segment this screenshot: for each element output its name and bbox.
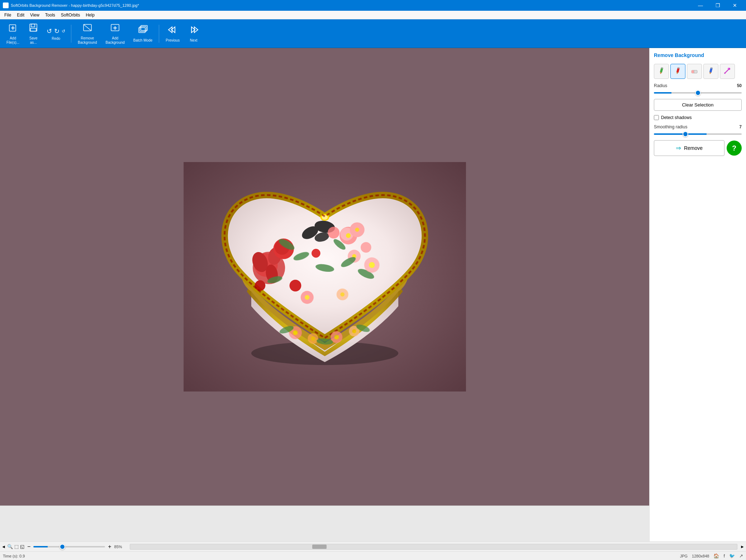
smoothing-section: Smoothing radius 7 (654, 124, 742, 136)
fit-icon[interactable]: ◱ (20, 544, 24, 549)
previous-button[interactable]: Previous (162, 22, 183, 46)
svg-point-64 (352, 329, 356, 333)
zoom-out-button[interactable]: − (26, 543, 32, 551)
svg-point-39 (346, 233, 351, 238)
magic-wand-tool-button[interactable]: ✦ (720, 64, 735, 79)
social-icon-share: ↗ (739, 553, 743, 559)
zoom-slider[interactable] (33, 546, 105, 547)
next-icon (189, 25, 199, 37)
eraser-tool-button[interactable] (687, 64, 702, 79)
menu-help[interactable]: Help (83, 11, 98, 19)
clear-selection-button[interactable]: Clear Selection (654, 99, 742, 111)
radius-slider[interactable] (654, 92, 742, 94)
canvas-area (0, 48, 649, 541)
pencil-icon (657, 67, 665, 76)
undo-redo-group: ↺ ↻ ↺ Redo (44, 25, 68, 42)
bottom-strip (0, 506, 649, 541)
main-image (153, 162, 497, 391)
radius-row: Radius 50 (654, 83, 742, 88)
remove-bg-label: RemoveBackground (78, 36, 97, 45)
detect-shadows-row: Detect shadows (654, 115, 742, 120)
svg-rect-4 (31, 24, 35, 27)
magic-wand-icon: ✦ (723, 67, 731, 76)
remove-label: Remove (684, 145, 703, 151)
menu-tools[interactable]: Tools (42, 11, 58, 19)
select-mode-icon[interactable]: ⬚ (14, 544, 19, 549)
red-marker-icon (674, 67, 682, 76)
save-icon (28, 23, 38, 35)
scroll-right-icon[interactable]: ► (740, 544, 745, 549)
detect-shadows-label[interactable]: Detect shadows (661, 115, 692, 120)
svg-text:✦: ✦ (727, 67, 730, 70)
svg-point-36 (328, 227, 339, 239)
radius-label: Radius (654, 83, 667, 88)
maximize-button[interactable]: ❒ (709, 0, 726, 11)
remove-bg-icon (82, 23, 92, 35)
panel-title: Remove Background (654, 52, 742, 58)
svg-point-54 (340, 292, 344, 296)
svg-rect-3 (30, 24, 37, 31)
add-bg-label: AddBackground (105, 36, 124, 45)
save-as-button[interactable]: Saveas... (24, 22, 42, 46)
horizontal-scrollbar[interactable] (130, 544, 738, 550)
zoom-mode-icon[interactable]: 🔍 (7, 544, 13, 549)
status-left: Time (s): 0.9 (3, 554, 25, 558)
remove-background-button[interactable]: RemoveBackground (74, 22, 100, 46)
social-icon-home: 🏠 (713, 553, 719, 559)
next-button[interactable]: Next (185, 22, 203, 46)
time-label: Time (s): 0.9 (3, 554, 25, 558)
detect-shadows-checkbox[interactable] (654, 115, 659, 120)
previous-label: Previous (166, 38, 180, 43)
svg-point-29 (312, 249, 320, 258)
previous-icon (168, 25, 178, 37)
menu-softorbits[interactable]: SoftOrbits (58, 11, 83, 19)
red-marker-tool-button[interactable] (670, 64, 685, 79)
menu-edit[interactable]: Edit (14, 11, 27, 19)
social-icon-twitter: 🐦 (729, 553, 735, 559)
scroll-left-icon[interactable]: ◄ (1, 544, 6, 549)
redo-button[interactable]: ↻ (53, 27, 60, 36)
add-files-icon (8, 23, 18, 35)
zoom-percent: 85% (114, 545, 127, 549)
add-files-button[interactable]: AddFile(s)... (3, 22, 23, 46)
remove-button[interactable]: ⇒ Remove (654, 140, 724, 156)
svg-line-7 (84, 24, 91, 31)
help-button[interactable]: ? (727, 141, 742, 156)
svg-point-58 (293, 330, 298, 335)
batch-mode-button[interactable]: Batch Mode (130, 22, 156, 46)
menu-view[interactable]: View (27, 11, 42, 19)
status-right: JPG 1280x848 🏠 f 🐦 ↗ (680, 553, 743, 559)
svg-point-40 (355, 228, 359, 232)
redo-label: Redo (52, 37, 60, 41)
minimize-button[interactable]: — (692, 0, 709, 11)
svg-point-52 (305, 295, 309, 300)
smoothing-value: 7 (731, 124, 742, 129)
blue-marker-tool-button[interactable] (703, 64, 718, 79)
smoothing-slider[interactable] (654, 133, 742, 135)
title-bar-controls: — ❒ ✕ (692, 0, 743, 11)
add-background-button[interactable]: AddBackground (102, 22, 128, 46)
window-title: SoftOrbits Background Remover - happy-bi… (11, 3, 139, 8)
radius-section: Radius 50 (654, 83, 742, 95)
svg-rect-75 (692, 70, 694, 73)
batch-label: Batch Mode (133, 38, 152, 43)
social-icon-facebook: f (723, 553, 725, 559)
zoom-in-button[interactable]: + (106, 543, 113, 551)
close-button[interactable]: ✕ (727, 0, 743, 11)
image-viewport[interactable] (0, 48, 649, 506)
format-label: JPG (680, 554, 688, 558)
main-layout: Remove Background (0, 48, 746, 541)
pencil-tool-button[interactable] (654, 64, 669, 79)
scroll-thumb (312, 545, 327, 549)
undo-button[interactable]: ↺ (46, 27, 53, 36)
title-bar: 🖼 SoftOrbits Background Remover - happy-… (0, 0, 746, 11)
svg-point-28 (255, 280, 265, 291)
menu-file[interactable]: File (1, 11, 14, 19)
undo-history-button[interactable]: ↺ (61, 27, 66, 36)
view-icons: 🔍 ⬚ ◱ (7, 544, 24, 549)
svg-point-82 (724, 72, 726, 74)
smoothing-label: Smoothing radius (654, 124, 687, 129)
svg-point-27 (289, 280, 301, 291)
remove-row: ⇒ Remove ? (654, 140, 742, 156)
app-icon: 🖼 (3, 3, 9, 8)
